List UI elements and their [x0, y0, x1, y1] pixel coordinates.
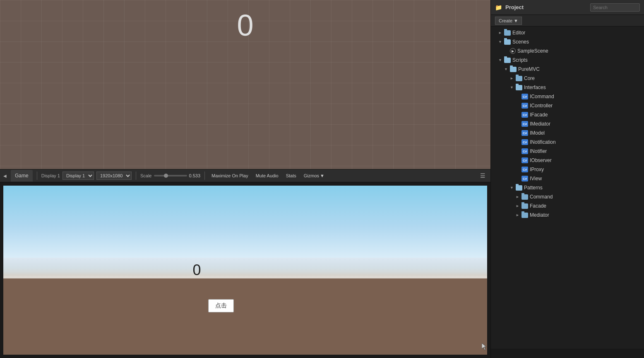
- tree-arrow-scenes: ▼: [498, 40, 504, 44]
- game-canvas: 0 点击: [3, 186, 487, 355]
- scale-label: Scale: [140, 173, 152, 178]
- folder-icon-facade: [521, 203, 528, 209]
- tree-label-mediator: Mediator: [530, 212, 644, 218]
- scale-value: 0.533: [189, 173, 200, 178]
- maximize-btn[interactable]: Maximize On Play: [209, 172, 251, 179]
- tree-label-icommand: ICommand: [530, 94, 644, 99]
- folder-icon-scripts: [504, 58, 511, 63]
- tree-item-imediator[interactable]: C#IMediator: [491, 119, 644, 128]
- project-tree[interactable]: ►Editor▼Scenes▶SampleScene▼Scripts▼PureM…: [491, 27, 644, 349]
- scene-icon-samplescene: ▶: [510, 48, 516, 54]
- tree-item-interfaces[interactable]: ▼Interfaces: [491, 83, 644, 92]
- game-ground: [3, 278, 487, 355]
- tree-arrow-mediator: ►: [516, 213, 521, 217]
- main-area: 0 ◀ Game Display 1 Display 1 1920x1080 S…: [0, 0, 490, 358]
- tree-label-scripts: Scripts: [512, 57, 644, 63]
- create-label: Create: [499, 18, 512, 23]
- tree-label-inotifier: INotifier: [530, 148, 644, 154]
- tree-item-icommand[interactable]: C#ICommand: [491, 92, 644, 101]
- tree-item-imodel[interactable]: C#IModel: [491, 128, 644, 138]
- tree-item-iobserver[interactable]: C#IObserver: [491, 156, 644, 165]
- tree-label-iobserver: IObserver: [530, 157, 644, 163]
- game-tab-arrow: ◀: [3, 174, 7, 178]
- tree-label-core: Core: [524, 75, 644, 81]
- scale-slider-container: 0.533: [154, 173, 200, 178]
- game-click-button[interactable]: 点击: [208, 299, 234, 312]
- toolbar-icons: ☰: [478, 172, 487, 180]
- tree-label-puremvc: PureMVC: [518, 66, 644, 72]
- folder-icon-patterns: [516, 185, 522, 191]
- scene-score: 0: [237, 8, 253, 42]
- tree-label-imodel: IModel: [530, 130, 644, 136]
- tree-item-icontroller[interactable]: C#IController: [491, 101, 644, 110]
- cs-icon-imediator: C#: [521, 121, 528, 127]
- tree-arrow-puremvc: ▼: [504, 67, 510, 71]
- display-label: Display 1: [41, 173, 60, 178]
- game-toolbar: ◀ Game Display 1 Display 1 1920x1080 Sca…: [0, 169, 490, 182]
- tree-item-core[interactable]: ►Core: [491, 74, 644, 83]
- tree-item-puremvc[interactable]: ▼PureMVC: [491, 65, 644, 74]
- tree-label-scenes: Scenes: [512, 39, 644, 45]
- folder-icon-mediator: [521, 213, 528, 218]
- tree-label-imediator: IMediator: [530, 121, 644, 127]
- tree-arrow-core: ►: [510, 76, 516, 80]
- status-bar: [491, 349, 644, 358]
- cs-icon-icontroller: C#: [521, 103, 528, 109]
- tree-item-editor[interactable]: ►Editor: [491, 28, 644, 37]
- tree-item-mediator[interactable]: ►Mediator: [491, 210, 644, 220]
- tree-label-iproxy: IProxy: [530, 167, 644, 172]
- cs-icon-icommand: C#: [521, 94, 528, 99]
- scale-slider[interactable]: [154, 175, 187, 177]
- stats-btn[interactable]: Stats: [284, 172, 299, 179]
- toolbar-menu-icon[interactable]: ☰: [478, 172, 487, 180]
- tree-label-editor: Editor: [512, 30, 644, 36]
- tree-arrow-scripts: ▼: [498, 58, 504, 62]
- tree-arrow-editor: ►: [498, 31, 504, 35]
- cs-icon-inotification: C#: [521, 139, 528, 145]
- tree-item-inotifier[interactable]: C#INotifier: [491, 147, 644, 156]
- panel-folder-icon: 📁: [495, 4, 502, 11]
- mute-btn[interactable]: Mute Audio: [253, 172, 281, 179]
- tree-label-interfaces: Interfaces: [524, 85, 644, 90]
- folder-icon-puremvc: [510, 67, 517, 72]
- folder-icon-core: [516, 76, 522, 81]
- tree-label-command: Command: [530, 194, 644, 200]
- tree-item-samplescene[interactable]: ▶SampleScene: [491, 46, 644, 56]
- tree-label-ifacade: IFacade: [530, 112, 644, 118]
- gizmos-btn[interactable]: Gizmos ▼: [301, 172, 327, 179]
- tree-label-iview: IView: [530, 176, 644, 181]
- scale-slider-thumb: [164, 174, 168, 178]
- cs-icon-inotifier: C#: [521, 148, 528, 154]
- cs-icon-ifacade: C#: [521, 112, 528, 118]
- tree-item-ifacade[interactable]: C#IFacade: [491, 110, 644, 119]
- gizmos-label: Gizmos: [304, 173, 319, 178]
- game-score: 0: [193, 261, 201, 279]
- tree-item-iview[interactable]: C#IView: [491, 174, 644, 183]
- tree-item-inotification[interactable]: C#INotification: [491, 138, 644, 147]
- folder-icon-editor: [504, 30, 511, 36]
- game-tab[interactable]: Game: [11, 170, 33, 181]
- right-panel: 📁 Project Create ▼ ►Editor▼Scenes▶Sample…: [490, 0, 644, 358]
- tree-item-scripts[interactable]: ▼Scripts: [491, 56, 644, 65]
- gizmos-arrow-icon: ▼: [320, 173, 324, 178]
- tree-item-scenes[interactable]: ▼Scenes: [491, 37, 644, 46]
- tree-label-facade: Facade: [530, 203, 644, 209]
- tree-arrow-facade: ►: [516, 204, 521, 208]
- mouse-cursor-icon: [482, 343, 487, 348]
- create-arrow-icon: ▼: [514, 18, 518, 23]
- tree-item-facade[interactable]: ►Facade: [491, 201, 644, 210]
- tree-item-iproxy[interactable]: C#IProxy: [491, 165, 644, 174]
- panel-header: 📁 Project: [491, 0, 644, 15]
- game-view: 0 点击: [0, 182, 490, 358]
- cs-icon-imodel: C#: [521, 130, 528, 136]
- display-select[interactable]: Display 1: [62, 172, 94, 180]
- folder-icon-command: [521, 194, 528, 200]
- search-input[interactable]: [590, 3, 640, 12]
- tree-item-patterns[interactable]: ▼Patterns: [491, 183, 644, 192]
- toolbar-separator-2: [136, 172, 136, 180]
- create-button[interactable]: Create ▼: [495, 17, 522, 25]
- tree-item-command[interactable]: ►Command: [491, 192, 644, 201]
- scene-view: 0: [0, 0, 490, 169]
- resolution-select[interactable]: 1920x1080: [96, 172, 132, 180]
- folder-icon-scenes: [504, 39, 511, 45]
